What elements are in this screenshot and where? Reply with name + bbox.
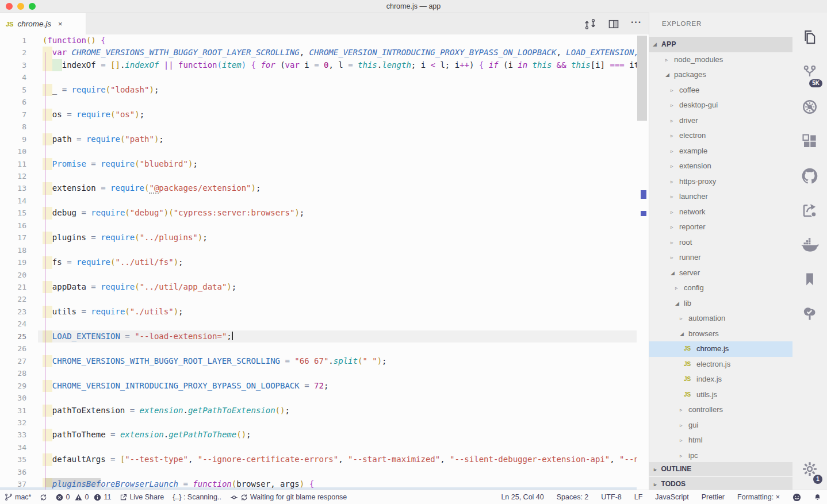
chevron-collapsed-icon[interactable]: ▹ bbox=[671, 98, 673, 113]
chevron-collapsed-icon[interactable]: ▹ bbox=[671, 159, 673, 174]
tree-folder-extension[interactable]: ▹extension bbox=[649, 159, 792, 174]
chevron-expanded-icon[interactable]: ◢ bbox=[675, 296, 679, 311]
code-line-35[interactable]: 35 defaultArgs = ["--test-type", "--igno… bbox=[0, 453, 649, 465]
chevron-collapsed-icon[interactable]: ▹ bbox=[671, 220, 673, 235]
status-bell[interactable] bbox=[814, 493, 821, 502]
tree-folder-automation[interactable]: ▹automation bbox=[649, 311, 792, 326]
chevron-collapsed-icon[interactable]: ▹ bbox=[680, 418, 683, 433]
synchronize-changes-icon[interactable] bbox=[584, 18, 596, 30]
tree-folder-browsers[interactable]: ◢browsers bbox=[649, 326, 792, 342]
tree-folder-config[interactable]: ▹config bbox=[649, 280, 792, 296]
status-mac[interactable]: mac* bbox=[5, 493, 31, 501]
code-line-27[interactable]: 27 CHROME_VERSIONS_WITH_BUGGY_ROOT_LAYER… bbox=[0, 355, 649, 367]
tree-file-electron-js[interactable]: JSelectron.js bbox=[649, 357, 792, 372]
extensions-icon[interactable] bbox=[792, 125, 827, 157]
code-line-16[interactable]: 16 bbox=[0, 220, 649, 232]
chevron-collapsed-icon[interactable]: ▹ bbox=[671, 205, 673, 220]
tree-file-chrome-js[interactable]: JSchrome.js bbox=[649, 341, 792, 357]
tree-folder-html[interactable]: ▹html bbox=[649, 433, 792, 448]
tree-folder-https-proxy[interactable]: ▹https-proxy bbox=[649, 174, 792, 190]
code-line-31[interactable]: 31 pathToExtension = extension.getPathTo… bbox=[0, 405, 649, 417]
github-icon[interactable] bbox=[792, 160, 827, 192]
code-line-6[interactable]: 6 bbox=[0, 96, 649, 108]
tree-folder-desktop-gui[interactable]: ▹desktop-gui bbox=[649, 98, 792, 113]
code-line-33[interactable]: 33 pathToTheme = extension.getPathToThem… bbox=[0, 429, 649, 441]
status-sync[interactable] bbox=[40, 494, 47, 501]
chevron-collapsed-icon[interactable]: ▹ bbox=[675, 280, 678, 296]
chevron-collapsed-icon[interactable]: ▹ bbox=[665, 52, 668, 68]
chevron-collapsed-icon[interactable]: ▹ bbox=[671, 144, 673, 159]
code-line-9[interactable]: 9 path = require("path"); bbox=[0, 133, 649, 145]
code-line-34[interactable]: 34 bbox=[0, 441, 649, 453]
tree-folder-electron[interactable]: ▹electron bbox=[649, 128, 792, 144]
tree-folder-server[interactable]: ◢server bbox=[649, 266, 792, 281]
outline-section-header[interactable]: ▹OUTLINE bbox=[649, 462, 792, 476]
code-line-37[interactable]: 37 pluginsBeforeBrowserLaunch = function… bbox=[0, 478, 649, 490]
tree-folder-root[interactable]: ▹root bbox=[649, 235, 792, 251]
tree-file-utils-js[interactable]: JSutils.js bbox=[649, 387, 792, 403]
status-smiley[interactable] bbox=[792, 493, 801, 502]
scrollbar-thumb[interactable] bbox=[637, 36, 647, 121]
status-spaces-2[interactable]: Spaces: 2 bbox=[557, 493, 589, 501]
chevron-expanded-icon[interactable]: ◢ bbox=[653, 37, 657, 52]
bookmark-icon[interactable] bbox=[792, 263, 827, 295]
tree-folder-APP[interactable]: ◢APP bbox=[649, 37, 792, 52]
tree-file-index-js[interactable]: JSindex.js bbox=[649, 372, 792, 387]
code-line-18[interactable]: 18 bbox=[0, 244, 649, 256]
code-line-11[interactable]: 11 Promise = require("bluebird"); bbox=[0, 158, 649, 170]
code-line-1[interactable]: 1(function() { bbox=[0, 34, 649, 47]
tree-folder-launcher[interactable]: ▹launcher bbox=[649, 189, 792, 205]
chevron-collapsed-icon[interactable]: ▹ bbox=[671, 174, 673, 190]
code-line-15[interactable]: 15 debug = require("debug")("cypress:ser… bbox=[0, 207, 649, 219]
chevron-collapsed-icon[interactable]: ▹ bbox=[680, 448, 683, 464]
status-javascript[interactable]: JavaScript bbox=[655, 493, 688, 501]
source-control-icon[interactable]: 5K bbox=[792, 56, 827, 89]
code-line-23[interactable]: 23 utils = require("./utils"); bbox=[0, 306, 649, 318]
code-line-17[interactable]: 17 plugins = require("../plugins"); bbox=[0, 232, 649, 244]
code-line-5[interactable]: 5 _ = require("lodash"); bbox=[0, 84, 649, 96]
docker-icon[interactable] bbox=[792, 229, 827, 261]
code-line-13[interactable]: 13 extension = require("@packages/extens… bbox=[0, 182, 649, 194]
status-ln-25-col-40[interactable]: Ln 25, Col 40 bbox=[501, 493, 543, 501]
tree-folder-gui[interactable]: ▹gui bbox=[649, 418, 792, 433]
status-scanning[interactable]: {..} : Scanning.. bbox=[173, 493, 221, 501]
chevron-collapsed-icon[interactable]: ▹ bbox=[671, 113, 673, 129]
explorer-icon[interactable] bbox=[792, 21, 827, 53]
tree-folder-packages[interactable]: ◢packages bbox=[649, 67, 792, 83]
settings-gear-icon[interactable]: 1 bbox=[792, 453, 827, 485]
code-line-30[interactable]: 30 bbox=[0, 392, 649, 404]
code-line-22[interactable]: 22 bbox=[0, 293, 649, 305]
code-line-10[interactable]: 10 bbox=[0, 145, 649, 157]
code-line-36[interactable]: 36 bbox=[0, 466, 649, 478]
debug-disabled-icon[interactable] bbox=[792, 91, 827, 123]
code-line-25[interactable]: 25 LOAD_EXTENSION = "--load-extension="; bbox=[0, 330, 649, 343]
code-line-2[interactable]: 2 var CHROME_VERSIONS_WITH_BUGGY_ROOT_LA… bbox=[0, 47, 649, 59]
code-line-12[interactable]: 12 bbox=[0, 170, 649, 182]
tree-folder-controllers[interactable]: ▹controllers bbox=[649, 402, 792, 418]
chevron-collapsed-icon[interactable]: ▹ bbox=[680, 433, 683, 448]
status-lf[interactable]: LF bbox=[634, 493, 643, 501]
chevron-collapsed-icon[interactable]: ▹ bbox=[671, 189, 673, 205]
tab-close-icon[interactable]: × bbox=[58, 20, 63, 28]
tree-folder-example[interactable]: ▹example bbox=[649, 144, 792, 159]
code-line-14[interactable]: 14 bbox=[0, 195, 649, 207]
code-line-21[interactable]: 21 appData = require("../util/app_data")… bbox=[0, 281, 649, 293]
tree-folder-runner[interactable]: ▹runner bbox=[649, 250, 792, 266]
chevron-collapsed-icon[interactable]: ▹ bbox=[671, 235, 673, 251]
code-line-8[interactable]: 8 bbox=[0, 121, 649, 133]
overview-ruler[interactable] bbox=[637, 34, 648, 490]
code-editor[interactable]: 1(function() {2 var CHROME_VERSIONS_WITH… bbox=[0, 34, 649, 490]
code-line-7[interactable]: 7 os = require("os"); bbox=[0, 109, 649, 121]
status-11[interactable]: 11 bbox=[94, 493, 111, 501]
code-line-26[interactable]: 26 bbox=[0, 343, 649, 355]
tree-folder-node-modules[interactable]: ▹node_modules bbox=[649, 52, 792, 68]
tree-folder-reporter[interactable]: ▹reporter bbox=[649, 220, 792, 235]
code-line-19[interactable]: 19 fs = require("../util/fs"); bbox=[0, 256, 649, 268]
status-live-share[interactable]: Live Share bbox=[120, 493, 164, 501]
chevron-collapsed-icon[interactable]: ▹ bbox=[671, 83, 673, 98]
code-line-20[interactable]: 20 bbox=[0, 269, 649, 281]
tree-folder-network[interactable]: ▹network bbox=[649, 205, 792, 220]
code-line-28[interactable]: 28 bbox=[0, 367, 649, 379]
tree-folder-coffee[interactable]: ▹coffee bbox=[649, 83, 792, 98]
tree-folder-lib[interactable]: ◢lib bbox=[649, 296, 792, 311]
